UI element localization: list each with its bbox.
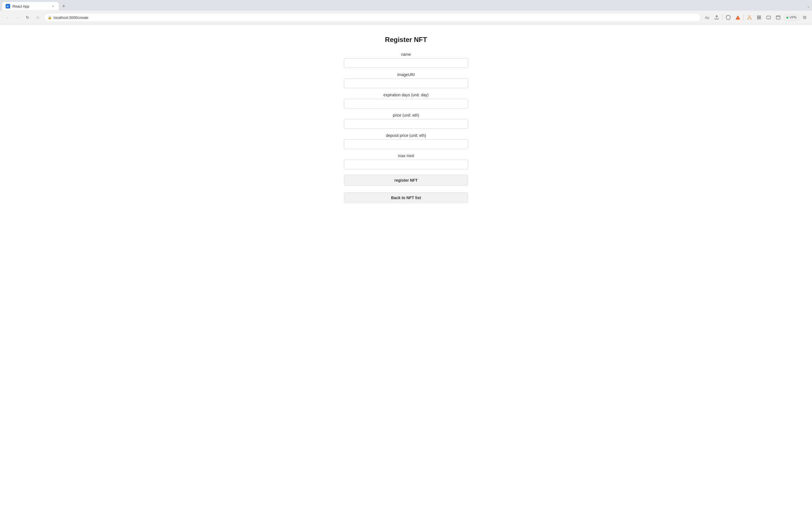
tab-title: React App [12, 4, 49, 8]
svg-rect-15 [757, 18, 759, 19]
svg-text:!: ! [738, 17, 739, 19]
svg-rect-14 [759, 16, 761, 17]
expiration-form-group: expiration days (unit: day) [344, 93, 468, 108]
deposit-form-group: deposit price (unit: eth) [344, 133, 468, 149]
bookmark-button[interactable]: ☆ [34, 13, 42, 21]
expiration-label: expiration days (unit: day) [384, 93, 428, 97]
address-bar-container[interactable]: 🔒 [44, 13, 701, 22]
register-nft-form: name imageURI expiration days (unit: day… [344, 52, 468, 203]
svg-marker-9 [748, 17, 749, 18]
share-icon[interactable] [713, 13, 721, 21]
tab-favicon: R [6, 4, 10, 8]
lock-icon: 🔒 [48, 15, 52, 19]
menu-button[interactable] [801, 13, 809, 21]
active-tab[interactable]: R React App × [2, 2, 59, 10]
svg-marker-11 [749, 18, 749, 19]
toolbar: ‹ › ↻ ☆ 🔒 A 文 [0, 11, 812, 24]
price-label: price (unit: eth) [393, 113, 419, 117]
deposit-label: deposit price (unit: eth) [386, 133, 426, 138]
alert-icon[interactable]: ! [734, 13, 742, 21]
back-to-nft-list-button[interactable]: Back to NFT list [344, 192, 468, 203]
browser-chrome: R React App × + ⌄ ‹ › ↻ ☆ 🔒 A 文 [0, 0, 812, 24]
max-mint-form-group: max mint [344, 154, 468, 169]
divider [722, 15, 723, 20]
profile-icon[interactable] [774, 13, 782, 21]
price-input[interactable] [344, 119, 468, 129]
cast-icon[interactable] [765, 13, 772, 21]
tab-dropdown-button[interactable]: ⌄ [807, 4, 810, 8]
metamask-icon[interactable] [746, 13, 753, 21]
vpn-badge[interactable]: VPN [784, 14, 799, 20]
reload-button[interactable]: ↻ [24, 13, 32, 21]
svg-rect-18 [776, 16, 780, 19]
name-form-group: name [344, 52, 468, 68]
svg-marker-12 [750, 18, 751, 19]
tab-close-button[interactable]: × [51, 4, 55, 8]
svg-text:R: R [7, 5, 9, 8]
vpn-label: VPN [790, 15, 797, 19]
new-tab-button[interactable]: + [60, 2, 68, 10]
page-title: Register NFT [385, 36, 427, 44]
address-bar-input[interactable] [54, 15, 697, 20]
expiration-input[interactable] [344, 99, 468, 108]
register-nft-button[interactable]: register NFT [344, 175, 468, 186]
image-uri-form-group: imageURI [344, 72, 468, 88]
translate-icon[interactable]: A 文 [703, 13, 711, 21]
page-content: Register NFT name imageURI expiration da… [0, 24, 812, 507]
max-mint-input[interactable] [344, 160, 468, 169]
toolbar-right: A 文 ! [703, 13, 809, 21]
forward-nav-button[interactable]: › [13, 13, 21, 21]
svg-rect-17 [767, 16, 770, 19]
svg-marker-7 [750, 18, 752, 20]
svg-marker-6 [748, 15, 749, 17]
tab-bar: R React App × + ⌄ [0, 0, 812, 11]
name-label: name [401, 52, 411, 57]
svg-marker-10 [750, 17, 751, 18]
shield-icon[interactable] [724, 13, 732, 21]
max-mint-label: max mint [398, 154, 414, 158]
svg-text:文: 文 [707, 16, 710, 19]
svg-marker-8 [748, 18, 749, 20]
image-uri-label: imageURI [397, 72, 415, 77]
name-input[interactable] [344, 58, 468, 68]
back-nav-button[interactable]: ‹ [3, 13, 11, 21]
puzzle-icon[interactable] [755, 13, 763, 21]
svg-rect-16 [759, 18, 761, 19]
deposit-input[interactable] [344, 139, 468, 149]
price-form-group: price (unit: eth) [344, 113, 468, 129]
svg-marker-5 [750, 15, 751, 17]
image-uri-input[interactable] [344, 78, 468, 88]
svg-rect-13 [757, 16, 759, 17]
vpn-status-dot [786, 17, 788, 18]
divider2 [744, 15, 744, 20]
